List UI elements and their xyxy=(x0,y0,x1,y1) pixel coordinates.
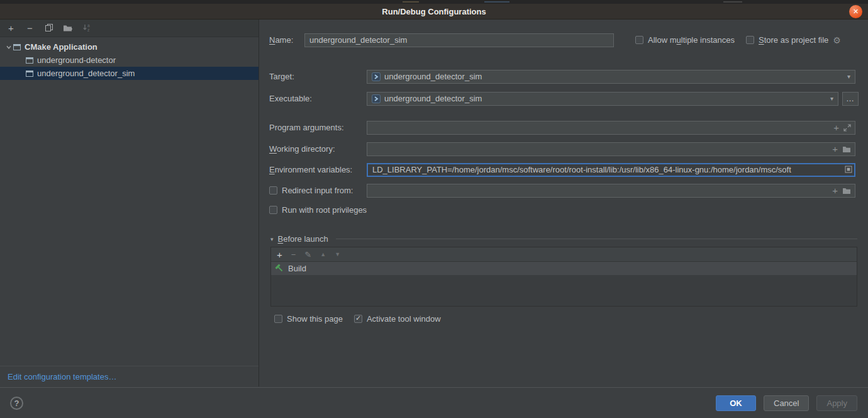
tree-group-cmake-application[interactable]: CMake Application xyxy=(0,40,259,54)
background-speck xyxy=(403,1,419,3)
dialog-title: Run/Debug Configurations xyxy=(382,7,486,16)
page-options-row: Show this page Activate tool window xyxy=(274,312,868,325)
background-speck xyxy=(723,1,742,3)
chevron-down-icon[interactable]: ▾ xyxy=(847,73,850,80)
redirect-input-label: Redirect input from: xyxy=(282,186,353,195)
section-divider xyxy=(336,239,857,239)
configurations-tree: CMake Application underground-detector u… xyxy=(0,37,259,80)
dialog-titlebar: Run/Debug Configurations ✕ xyxy=(0,4,868,20)
run-with-root-group: Run with root privileges xyxy=(269,205,367,215)
program-arguments-label: Program arguments: xyxy=(269,123,367,132)
target-value: underground_detector_sim xyxy=(384,72,482,81)
tree-item-underground-detector-sim[interactable]: underground_detector_sim xyxy=(0,67,259,80)
tree-item-label: underground-detector xyxy=(37,55,116,65)
name-input[interactable] xyxy=(304,33,614,47)
copy-configuration-icon[interactable] xyxy=(43,23,54,33)
redirect-input-checkbox[interactable] xyxy=(269,186,277,195)
configuration-form: Name: Allow multiple instances Store as … xyxy=(259,20,868,387)
program-arguments-row: Program arguments: + xyxy=(259,120,868,135)
activate-tool-window-checkbox[interactable] xyxy=(354,315,362,323)
insert-macro-icon[interactable]: + xyxy=(833,123,839,132)
working-directory-label: Working directory: xyxy=(269,144,367,154)
svg-text:z: z xyxy=(87,28,89,32)
expand-field-icon[interactable] xyxy=(843,124,851,132)
executable-label: Executable: xyxy=(269,94,367,103)
working-directory-input[interactable]: + xyxy=(367,142,855,156)
chevron-down-icon[interactable] xyxy=(5,44,13,50)
gear-icon[interactable]: ⚙ xyxy=(833,35,841,45)
insert-macro-icon[interactable]: + xyxy=(832,186,838,195)
redirect-input-input[interactable]: + xyxy=(367,184,855,198)
before-launch-toolbar: + − ✎ ▲ ▼ xyxy=(271,247,857,262)
activate-tool-window-label: Activate tool window xyxy=(367,314,441,324)
show-this-page-group: Show this page xyxy=(274,314,343,324)
task-label: Build xyxy=(288,264,306,273)
name-row: Name: Allow multiple instances Store as … xyxy=(259,33,868,47)
cancel-button[interactable]: Cancel xyxy=(764,395,809,411)
environment-variables-field xyxy=(367,163,855,177)
move-up-icon[interactable]: ▲ xyxy=(320,252,326,257)
tree-item-underground-detector[interactable]: underground-detector xyxy=(0,54,259,67)
executable-browse-button[interactable]: … xyxy=(842,92,859,106)
remove-task-icon[interactable]: − xyxy=(291,251,296,259)
before-launch-task-build[interactable]: Build xyxy=(271,262,857,275)
run-with-root-checkbox[interactable] xyxy=(269,206,277,214)
tree-group-label: CMake Application xyxy=(25,42,97,52)
executable-row: Executable: underground_detector_sim ▾ … xyxy=(259,91,868,106)
edit-configuration-templates-link[interactable]: Edit configuration templates… xyxy=(0,366,259,387)
store-as-project-file-group: Store as project file xyxy=(746,35,828,45)
target-icon xyxy=(372,72,381,81)
move-down-icon[interactable]: ▼ xyxy=(335,252,340,257)
help-icon[interactable]: ? xyxy=(10,397,23,410)
program-arguments-input[interactable]: + xyxy=(367,121,855,135)
executable-value: underground_detector_sim xyxy=(384,94,482,103)
browse-variables-icon[interactable] xyxy=(845,166,852,173)
browse-folder-icon[interactable] xyxy=(842,187,851,195)
ok-button[interactable]: OK xyxy=(716,395,756,411)
close-icon[interactable]: ✕ xyxy=(849,5,862,18)
allow-multiple-instances-group: Allow multiple instances xyxy=(635,35,735,45)
name-label: Name: xyxy=(269,35,304,45)
collapse-section-icon[interactable]: ▾ xyxy=(270,236,274,242)
background-speck xyxy=(484,1,509,3)
allow-multiple-instances-label: Allow multiple instances xyxy=(648,35,735,45)
footer-buttons: OK Cancel Apply xyxy=(716,395,857,411)
store-as-project-file-checkbox[interactable] xyxy=(746,36,754,44)
chevron-down-icon[interactable]: ▾ xyxy=(830,95,833,102)
edit-task-icon[interactable]: ✎ xyxy=(304,251,311,259)
executable-icon xyxy=(372,94,381,103)
show-this-page-checkbox[interactable] xyxy=(274,315,282,323)
run-with-root-label: Run with root privileges xyxy=(282,205,367,215)
build-hammer-icon xyxy=(275,264,284,273)
target-row: Target: underground_detector_sim ▾ xyxy=(259,69,868,84)
dialog-body: + − az xyxy=(0,20,868,387)
allow-multiple-instances-checkbox[interactable] xyxy=(635,36,643,44)
add-configuration-icon[interactable]: + xyxy=(6,23,16,33)
environment-variables-label: Environment variables: xyxy=(269,165,367,174)
sort-configurations-icon[interactable]: az xyxy=(81,23,92,33)
target-dropdown[interactable]: underground_detector_sim ▾ xyxy=(367,70,855,84)
insert-macro-icon[interactable]: + xyxy=(832,144,838,154)
configurations-sidebar: + − az xyxy=(0,20,259,387)
dialog-footer: ? OK Cancel Apply xyxy=(0,387,868,418)
redirect-input-row: Redirect input from: + xyxy=(259,183,868,198)
show-this-page-label: Show this page xyxy=(287,314,343,324)
activate-tool-window-group: Activate tool window xyxy=(354,314,441,324)
executable-dropdown[interactable]: underground_detector_sim ▾ xyxy=(367,92,838,106)
remove-configuration-icon[interactable]: − xyxy=(25,23,35,33)
target-label: Target: xyxy=(269,72,367,81)
working-directory-row: Working directory: + xyxy=(259,142,868,156)
before-launch-panel: + − ✎ ▲ ▼ Build xyxy=(270,247,857,307)
environment-variables-input[interactable] xyxy=(367,163,855,177)
svg-text:a: a xyxy=(87,23,90,28)
new-folder-icon[interactable] xyxy=(62,23,73,33)
store-as-project-file-label: Store as project file xyxy=(759,35,828,45)
run-with-root-row: Run with root privileges xyxy=(259,203,868,216)
apply-button: Apply xyxy=(816,395,857,411)
configurations-toolbar: + − az xyxy=(0,20,259,37)
application-icon xyxy=(25,56,34,65)
browse-folder-icon[interactable] xyxy=(842,145,851,153)
add-task-icon[interactable]: + xyxy=(277,250,282,259)
before-launch-label: Before launch xyxy=(278,234,328,244)
run-debug-configurations-dialog: Run/Debug Configurations ✕ + − az xyxy=(0,0,868,418)
